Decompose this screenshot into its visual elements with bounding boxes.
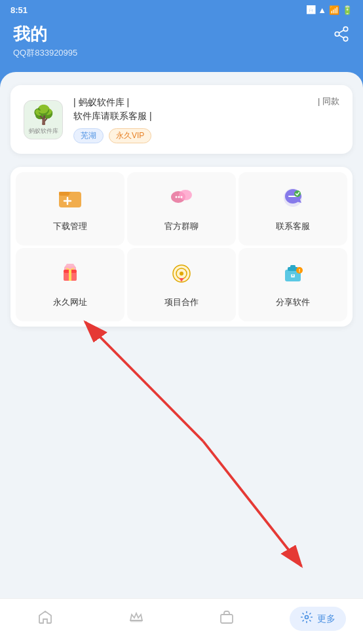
share-software-label: 分享软件 [276,296,310,308]
svg-rect-20 [69,270,71,281]
nav-more-button[interactable]: 更多 [290,607,346,631]
notification-icon: 🅰 [307,5,315,15]
signal-icon: 📶 [329,5,339,15]
svg-line-4 [339,30,343,33]
svg-point-15 [294,190,301,197]
bottom-nav: 更多 [0,598,363,644]
svg-point-0 [343,27,348,31]
menu-card: 下载管理 官方群聊 [10,167,353,327]
page-title: 我的 [13,23,77,46]
svg-text:!: ! [299,268,301,274]
home-icon [37,609,53,629]
svg-point-23 [180,272,183,276]
banner-card[interactable]: 🌳 蚂蚁软件库 | 蚂蚁软件库 | 软件库请联系客服 | 芜湖 永久VIP | … [10,85,353,154]
nav-more[interactable]: 更多 [273,607,364,631]
project-collab-icon [169,261,194,290]
nav-bag[interactable] [182,609,273,629]
svg-line-3 [339,35,343,38]
status-time: 8:51 [10,5,28,15]
banner-title: | 蚂蚁软件库 | 软件库请联系客服 | [73,96,307,123]
banner-same: | 同款 [318,96,339,107]
svg-point-2 [343,37,348,41]
more-label: 更多 [317,613,335,625]
svg-point-1 [335,32,339,37]
wifi-icon: ▲ [318,5,326,15]
project-collab-label: 项目合作 [164,296,199,308]
more-gear-icon [300,611,313,627]
svg-point-12 [178,196,180,198]
menu-item-group-chat[interactable]: 官方群聊 [127,172,236,245]
svg-point-13 [181,196,183,198]
crown-icon [128,609,144,629]
header-subtitle: QQ群833920995 [13,47,77,59]
group-chat-icon [169,185,194,214]
status-icons: 🅰 ▲ 📶 🔋 [307,5,353,15]
customer-service-icon [280,185,305,214]
svg-rect-36 [221,615,233,623]
header-text: 我的 QQ群833920995 [13,23,77,59]
share-icon[interactable] [333,26,350,46]
header: 我的 QQ群833920995 [0,18,363,72]
download-icon [58,185,83,214]
svg-point-10 [179,190,192,200]
bag-icon [219,609,235,629]
main-content: 🌳 蚂蚁软件库 | 蚂蚁软件库 | 软件库请联系客服 | 芜湖 永久VIP | … [0,72,363,631]
group-chat-label: 官方群聊 [164,221,199,232]
menu-item-customer-service[interactable]: 联系客服 [239,172,347,245]
permanent-url-label: 永久网址 [53,296,87,308]
svg-point-37 [305,616,308,619]
svg-line-34 [203,441,301,566]
menu-item-share-software[interactable]: ! 分享软件 [239,248,347,321]
banner-tags: 芜湖 永久VIP [73,128,307,143]
share-software-icon: ! [280,261,305,290]
permanent-url-icon [58,261,83,290]
svg-point-11 [176,196,178,198]
customer-service-label: 联系客服 [276,221,310,232]
svg-rect-26 [290,265,296,268]
tag-city: 芜湖 [73,128,104,143]
menu-item-project-collab[interactable]: 项目合作 [127,248,236,321]
svg-point-28 [292,275,294,276]
status-bar: 8:51 🅰 ▲ 📶 🔋 [0,0,363,18]
menu-grid: 下载管理 官方群聊 [16,172,347,321]
tag-vip: 永久VIP [109,128,151,143]
battery-icon: 🔋 [342,5,353,15]
arrow-overlay [0,72,363,631]
svg-line-33 [85,322,203,441]
menu-item-download[interactable]: 下载管理 [16,172,124,245]
svg-rect-35 [130,620,142,622]
download-label: 下载管理 [53,221,87,232]
banner-logo: 🌳 蚂蚁软件库 [24,100,63,139]
nav-home[interactable] [0,609,91,629]
banner-info: | 蚂蚁软件库 | 软件库请联系客服 | 芜湖 永久VIP [73,96,307,143]
nav-crown[interactable] [91,609,182,629]
menu-item-permanent-url[interactable]: 永久网址 [16,248,124,321]
svg-rect-6 [59,192,69,196]
